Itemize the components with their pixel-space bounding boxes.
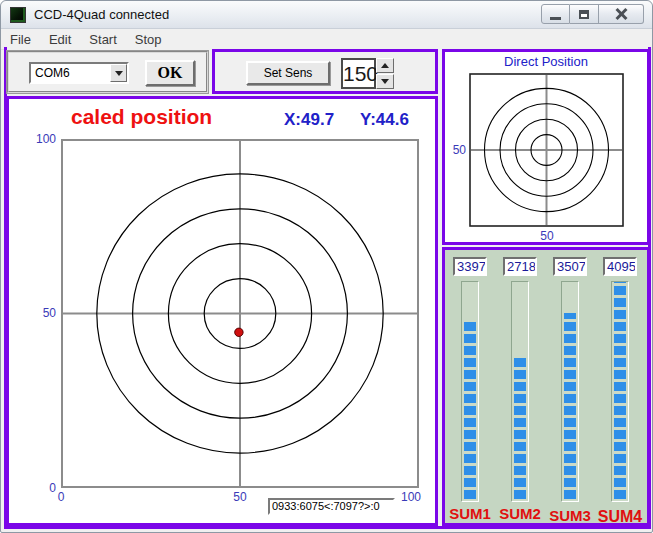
gauge-label: SUM3 [546, 507, 594, 524]
com-port-select[interactable]: COM6 [29, 62, 129, 84]
gauge-track [511, 281, 529, 502]
arrow-down-icon [381, 79, 389, 84]
position-readout: X:49.7Y:44.6 [284, 110, 409, 130]
sensitivity-spinner [376, 58, 394, 89]
minimize-icon [550, 17, 561, 20]
gauge-track [561, 281, 579, 502]
close-button[interactable] [599, 4, 644, 24]
main-target-chart-svg [61, 139, 419, 488]
gauge-value-box: 4095 [603, 257, 637, 276]
arrow-up-icon [381, 63, 389, 68]
sum-gauges-panel: 3397 SUM1 2718 SUM2 3507 SUM3 4095 SUM4 [442, 247, 650, 526]
combo-dropdown-button[interactable] [110, 64, 127, 82]
x-tick-0: 0 [46, 490, 76, 504]
com-port-panel: COM6 OK [7, 51, 208, 93]
position-dot [235, 328, 243, 336]
sensitivity-input[interactable]: 150 [341, 58, 376, 89]
x-tick-100: 100 [396, 490, 426, 504]
com-port-value: COM6 [35, 66, 70, 80]
gauge-sum2: 2718 SUM2 [495, 250, 545, 523]
chevron-down-icon [115, 71, 123, 76]
spin-up-button[interactable] [376, 58, 394, 73]
restore-button[interactable] [570, 4, 599, 24]
gauge-fill [464, 319, 476, 499]
dp-x-tick-50: 50 [532, 229, 562, 243]
gauge-value-box: 3507 [553, 257, 587, 276]
readout-x: X:49.7 [284, 110, 334, 129]
direct-position-panel: Direct Position 50 50 [442, 49, 650, 245]
gauge-value-box: 2718 [503, 257, 537, 276]
sensitivity-panel: Set Sens 150 [212, 49, 438, 94]
ok-button[interactable]: OK [145, 60, 195, 86]
gauge-value-box: 3397 [453, 257, 487, 276]
restore-icon [579, 10, 589, 19]
spin-down-button[interactable] [376, 74, 394, 89]
gauge-track [461, 281, 479, 502]
y-tick-50: 50 [22, 306, 56, 320]
gauge-track [611, 281, 629, 502]
gauge-label: SUM4 [596, 508, 644, 526]
y-tick-100: 100 [22, 132, 56, 146]
direct-position-chart-svg [469, 73, 624, 227]
main-target-chart [61, 139, 419, 488]
direct-position-chart [469, 73, 624, 227]
gauge-label: SUM1 [446, 505, 494, 522]
gauge-fill [564, 313, 576, 499]
window-controls [541, 4, 644, 24]
gauge-fill [514, 355, 526, 499]
gauge-sum1: 3397 SUM1 [445, 250, 495, 523]
set-sens-button[interactable]: Set Sens [246, 61, 330, 85]
main-chart-title: caled position [71, 105, 212, 129]
raw-data-textbox[interactable]: 0933:6075<:7097?>:0 [268, 498, 395, 515]
app-window: CCD-4Quad connected File Edit Start Stop… [0, 0, 653, 533]
gauge-sum4: 4095 SUM4 [595, 250, 645, 523]
gauge-sum3: 3507 SUM3 [545, 250, 595, 523]
close-icon [615, 8, 627, 20]
direct-position-title: Direct Position [445, 54, 647, 69]
gauge-label: SUM2 [496, 505, 544, 522]
dp-y-tick-50: 50 [445, 143, 466, 157]
x-tick-50: 50 [225, 490, 255, 504]
app-icon [10, 7, 26, 23]
title-bar: CCD-4Quad connected [1, 1, 652, 29]
readout-y: Y:44.6 [360, 110, 409, 129]
minimize-button[interactable] [541, 4, 570, 24]
window-title: CCD-4Quad connected [34, 7, 169, 22]
gauge-fill [614, 282, 626, 499]
calibrated-position-panel: caled position X:49.7Y:44.6 100 50 0 0 5… [6, 96, 438, 526]
